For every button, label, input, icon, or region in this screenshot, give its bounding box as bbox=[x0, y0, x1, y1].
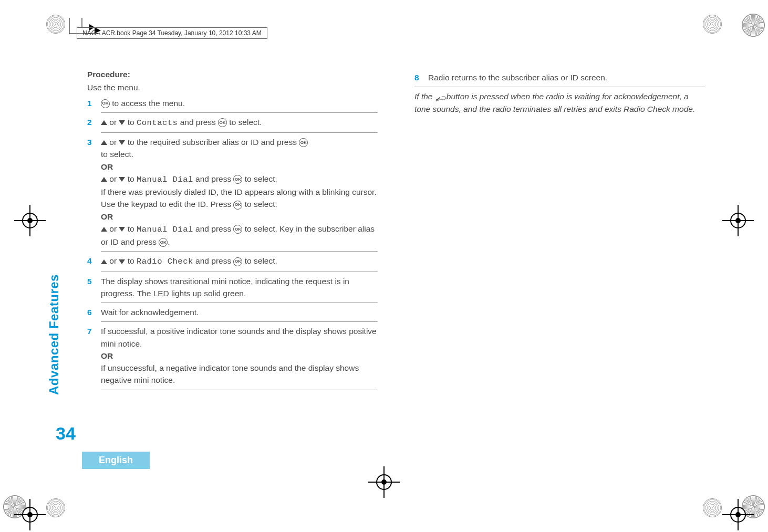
registration-mark bbox=[730, 507, 746, 523]
step-separator bbox=[101, 251, 378, 252]
menu-contacts: Contacts bbox=[137, 118, 178, 128]
or-label: OR bbox=[101, 211, 378, 223]
down-arrow-icon bbox=[119, 120, 125, 125]
back-button-icon bbox=[435, 93, 447, 101]
step-separator bbox=[101, 132, 378, 133]
up-arrow-icon bbox=[101, 140, 107, 145]
step-7: 7 If successful, a positive indicator to… bbox=[87, 325, 378, 386]
step-number: 3 bbox=[87, 136, 101, 248]
step-text: to bbox=[125, 256, 137, 265]
step-separator bbox=[101, 272, 378, 272]
procedure-intro: Use the menu. bbox=[87, 81, 378, 93]
step-text: If unsuccessful, a negative indicator to… bbox=[101, 362, 378, 387]
step-text: to bbox=[125, 224, 137, 233]
step-3: 3 or to the required subscriber alias or… bbox=[87, 136, 378, 248]
up-arrow-icon bbox=[101, 259, 107, 264]
step-text: and press bbox=[193, 256, 234, 265]
step-text: to select. bbox=[242, 174, 277, 183]
registration-mark bbox=[22, 213, 38, 228]
step-text: to bbox=[125, 118, 137, 127]
step-number: 7 bbox=[87, 325, 101, 386]
ok-button-icon: OK bbox=[299, 138, 308, 147]
print-rosette bbox=[46, 498, 65, 517]
step-number: 1 bbox=[87, 97, 101, 109]
down-arrow-icon bbox=[119, 259, 125, 264]
ok-button-icon: OK bbox=[218, 118, 227, 127]
registration-mark bbox=[376, 474, 392, 490]
step-separator bbox=[101, 112, 378, 113]
step-text: or bbox=[107, 138, 119, 147]
down-arrow-icon bbox=[119, 177, 125, 182]
section-title: Advanced Features bbox=[47, 274, 61, 395]
step-text: or bbox=[107, 118, 119, 127]
ok-button-icon: OK bbox=[101, 99, 110, 108]
section-tab: Advanced Features bbox=[57, 221, 81, 448]
registration-mark bbox=[730, 213, 746, 228]
step-text: The display shows transitional mini noti… bbox=[101, 275, 378, 300]
step-5: 5 The display shows transitional mini no… bbox=[87, 275, 378, 300]
step-text: to bbox=[125, 174, 137, 183]
footnote: If the button is pressed when the radio … bbox=[414, 90, 705, 115]
step-text: to select. bbox=[242, 200, 277, 208]
step-2: 2 or to Contacts and press OK to select. bbox=[87, 116, 378, 129]
language-tab: English bbox=[82, 452, 150, 469]
step-text: and press bbox=[193, 224, 234, 233]
step-text: to select. bbox=[227, 118, 262, 127]
menu-radio-check: Radio Check bbox=[137, 257, 193, 266]
or-label: OR bbox=[101, 350, 378, 362]
page-number: 34 bbox=[56, 423, 76, 444]
print-rosette bbox=[703, 498, 722, 517]
step-text: If the bbox=[414, 92, 435, 101]
step-4: 4 or to Radio Check and press OK to sele… bbox=[87, 255, 378, 268]
step-text: or bbox=[107, 174, 119, 183]
step-number: 8 bbox=[414, 71, 428, 84]
step-text: to select. bbox=[242, 256, 277, 265]
step-number: 2 bbox=[87, 116, 101, 129]
step-1: 1 OK to access the menu. bbox=[87, 97, 378, 109]
up-arrow-icon bbox=[101, 177, 107, 182]
or-label: OR bbox=[101, 161, 378, 173]
up-arrow-icon bbox=[101, 227, 107, 232]
step-separator bbox=[101, 302, 378, 303]
step-text: Radio returns to the subscriber alias or… bbox=[428, 71, 705, 84]
print-rosette bbox=[742, 14, 765, 37]
ok-button-icon: OK bbox=[233, 175, 242, 184]
left-column: Procedure: Use the menu. 1 OK to access … bbox=[87, 68, 378, 390]
step-text: or bbox=[107, 256, 119, 265]
step-8: 8 Radio returns to the subscriber alias … bbox=[414, 71, 705, 84]
print-rosette bbox=[703, 15, 722, 34]
print-rosette bbox=[46, 15, 65, 34]
step-6: 6 Wait for acknowledgement. bbox=[87, 306, 378, 318]
step-number: 6 bbox=[87, 306, 101, 318]
header-stamp: NAG-LACR.book Page 34 Tuesday, January 1… bbox=[77, 27, 267, 39]
ok-button-icon: OK bbox=[233, 257, 242, 266]
step-text: and press bbox=[193, 174, 234, 183]
down-arrow-icon bbox=[119, 140, 125, 145]
ok-button-icon: OK bbox=[159, 238, 168, 247]
step-separator bbox=[101, 390, 378, 390]
step-text: to access the menu. bbox=[110, 99, 185, 108]
registration-mark bbox=[22, 507, 38, 523]
step-separator bbox=[101, 321, 378, 322]
step-text: . bbox=[168, 237, 170, 246]
step-number: 5 bbox=[87, 275, 101, 300]
step-text: Wait for acknowledgement. bbox=[101, 306, 378, 318]
step-text: to the required subscriber alias or ID a… bbox=[125, 138, 299, 147]
step-number: 4 bbox=[87, 255, 101, 268]
ok-button-icon: OK bbox=[233, 201, 242, 210]
step-text: to select. bbox=[101, 148, 378, 160]
ok-button-icon: OK bbox=[233, 225, 242, 234]
step-text: or bbox=[107, 224, 119, 233]
step-separator bbox=[414, 87, 705, 87]
step-text: If successful, a positive indicator tone… bbox=[101, 325, 378, 350]
up-arrow-icon bbox=[101, 120, 107, 125]
step-text: button is pressed when the radio is wait… bbox=[414, 92, 695, 113]
right-column: 8 Radio returns to the subscriber alias … bbox=[414, 68, 705, 390]
step-text: and press bbox=[178, 118, 218, 127]
down-arrow-icon bbox=[119, 227, 125, 232]
menu-manual-dial: Manual Dial bbox=[137, 225, 193, 234]
menu-manual-dial: Manual Dial bbox=[137, 175, 193, 184]
procedure-heading: Procedure: bbox=[87, 68, 378, 80]
